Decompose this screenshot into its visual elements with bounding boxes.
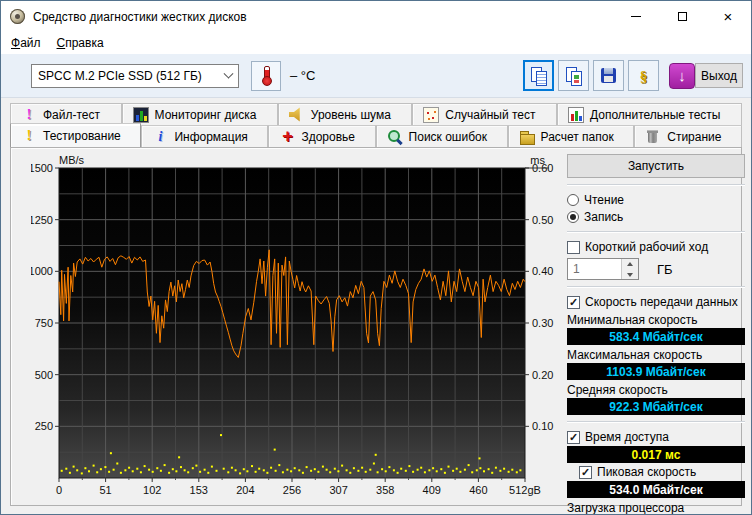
- thermometer-icon: [252, 62, 280, 90]
- copy-icon: [530, 67, 548, 85]
- write-radio-label: Запись: [584, 210, 623, 224]
- device-select-value: SPCC M.2 PCIe SSD (512 ГБ): [38, 69, 202, 83]
- maximize-button[interactable]: [659, 1, 705, 32]
- tab-noise-level[interactable]: Уровень шума: [278, 103, 413, 125]
- read-radio-label: Чтение: [584, 193, 624, 207]
- copy-image-icon: [565, 67, 583, 85]
- menu-item-file[interactable]: Файл: [3, 33, 49, 53]
- svg-text:1250: 1250: [31, 214, 53, 226]
- save-button[interactable]: [593, 60, 624, 91]
- bar-chart-icon: [133, 107, 149, 123]
- trash-icon: [645, 129, 661, 145]
- minimize-button[interactable]: [613, 1, 659, 32]
- down-arrow-icon: ↓: [678, 67, 686, 84]
- separator: [567, 421, 745, 423]
- svg-text:102: 102: [143, 484, 161, 496]
- close-icon: ×: [724, 9, 733, 24]
- access-time-checkbox[interactable]: Время доступа: [567, 429, 745, 445]
- chevron-down-icon: [224, 68, 234, 78]
- separator: [567, 184, 745, 186]
- tab-folder-usage[interactable]: Расчет папок: [508, 125, 635, 147]
- info-icon: i: [152, 129, 168, 145]
- svg-text:460: 460: [469, 484, 487, 496]
- temperature-button[interactable]: [251, 61, 281, 91]
- separator: [567, 231, 745, 233]
- burst-rate-checkbox[interactable]: Пиковая скорость: [579, 464, 745, 480]
- device-select[interactable]: SPCC M.2 PCIe SSD (512 ГБ): [31, 64, 239, 88]
- min-speed-value: 583.4 Мбайт/сек: [567, 328, 745, 345]
- stepper-value[interactable]: 1: [568, 259, 621, 279]
- short-stroke-size-stepper[interactable]: 1: [567, 258, 639, 280]
- tab-extra-tests[interactable]: Дополнительные тесты: [557, 103, 742, 125]
- transfer-rate-checkbox[interactable]: Скорость передачи данных: [567, 294, 745, 310]
- acoustic-button[interactable]: §: [628, 60, 659, 91]
- svg-text:750: 750: [35, 317, 53, 329]
- toolbar: SPCC M.2 PCIe SSD (512 ГБ) – °C §↓ Выход: [1, 54, 751, 98]
- svg-text:1000: 1000: [31, 265, 53, 277]
- checkbox-icon[interactable]: [579, 466, 592, 479]
- exclamation-icon: !: [21, 128, 37, 144]
- temperature-value: – °C: [290, 68, 315, 83]
- svg-text:500: 500: [35, 369, 53, 381]
- copy-image-button[interactable]: [558, 60, 589, 91]
- tab-label: Дополнительные тесты: [590, 108, 720, 122]
- tab-information[interactable]: iИнформация: [141, 125, 268, 147]
- checkbox-icon[interactable]: [567, 431, 580, 444]
- tab-file-test[interactable]: !Файл-тест: [10, 103, 122, 125]
- svg-text:0.50: 0.50: [532, 214, 553, 226]
- tab-label: Поиск ошибок: [409, 130, 487, 144]
- min-speed-label: Минимальная скорость: [567, 313, 745, 327]
- svg-text:0.10: 0.10: [532, 420, 553, 432]
- access-time-label: Время доступа: [585, 430, 669, 444]
- menu-bar: ФайлСправка: [1, 32, 751, 54]
- tab-label: Стирание: [667, 130, 721, 144]
- cpu-usage-label: Загрузка процессора: [567, 501, 745, 515]
- disk-icon: [10, 9, 25, 24]
- download-button[interactable]: ↓: [669, 63, 695, 89]
- exit-button[interactable]: Выход: [695, 63, 743, 88]
- benchmark-chart: 2505007501000125015000.100.200.300.400.5…: [31, 152, 563, 502]
- tab-random-test[interactable]: Случайный тест: [412, 103, 557, 125]
- short-stroke-label: Короткий рабочий ход: [585, 240, 708, 254]
- write-radio[interactable]: Запись: [567, 209, 745, 225]
- save-icon: [600, 67, 618, 85]
- start-button[interactable]: Запустить: [567, 154, 745, 178]
- tab-label: Тестирование: [43, 129, 121, 143]
- radio-icon[interactable]: [567, 211, 579, 223]
- separator: [567, 286, 745, 288]
- tab-disk-monitor[interactable]: Мониторинг диска: [122, 103, 278, 125]
- svg-text:51: 51: [99, 484, 111, 496]
- svg-text:250: 250: [35, 420, 53, 432]
- read-radio[interactable]: Чтение: [567, 192, 745, 208]
- radio-icon[interactable]: [567, 194, 579, 206]
- short-stroke-checkbox[interactable]: Короткий рабочий ход: [567, 239, 745, 255]
- svg-text:0.40: 0.40: [532, 265, 553, 277]
- stepper-up-icon[interactable]: [622, 259, 638, 269]
- tab-error-scan[interactable]: Поиск ошибок: [376, 125, 508, 147]
- tab-testing[interactable]: !Тестирование: [10, 123, 141, 147]
- magnifier-icon: [387, 129, 403, 145]
- svg-text:1500: 1500: [31, 162, 53, 174]
- tab-label: Случайный тест: [445, 108, 535, 122]
- stepper-unit-label: ГБ: [657, 262, 673, 277]
- svg-text:358: 358: [376, 484, 394, 496]
- testing-tab-page: 2505007501000125015000.100.200.300.400.5…: [10, 147, 742, 506]
- window-title: Средство диагностики жестких дисков: [33, 10, 247, 24]
- max-speed-label: Максимальная скорость: [567, 348, 745, 362]
- checkbox-icon[interactable]: [567, 241, 580, 254]
- stepper-down-icon[interactable]: [622, 269, 638, 279]
- benchmark-chart-svg: 2505007501000125015000.100.200.300.400.5…: [31, 152, 563, 502]
- chart-icon: [568, 107, 584, 123]
- copy-button[interactable]: [523, 60, 554, 91]
- svg-text:409: 409: [423, 484, 441, 496]
- menu-item-help[interactable]: Справка: [49, 33, 112, 53]
- checkbox-icon[interactable]: [567, 296, 580, 309]
- close-button[interactable]: ×: [705, 1, 751, 32]
- tab-label: Файл-тест: [43, 108, 100, 122]
- app-window: Средство диагностики жестких дисков × Фа…: [0, 0, 752, 515]
- tab-label: Здоровье: [301, 130, 355, 144]
- avg-speed-value: 922.3 Мбайт/сек: [567, 398, 745, 415]
- tab-erase[interactable]: Стирание: [634, 125, 742, 147]
- tab-health[interactable]: +Здоровье: [268, 125, 375, 147]
- title-bar[interactable]: Средство диагностики жестких дисков ×: [1, 1, 751, 32]
